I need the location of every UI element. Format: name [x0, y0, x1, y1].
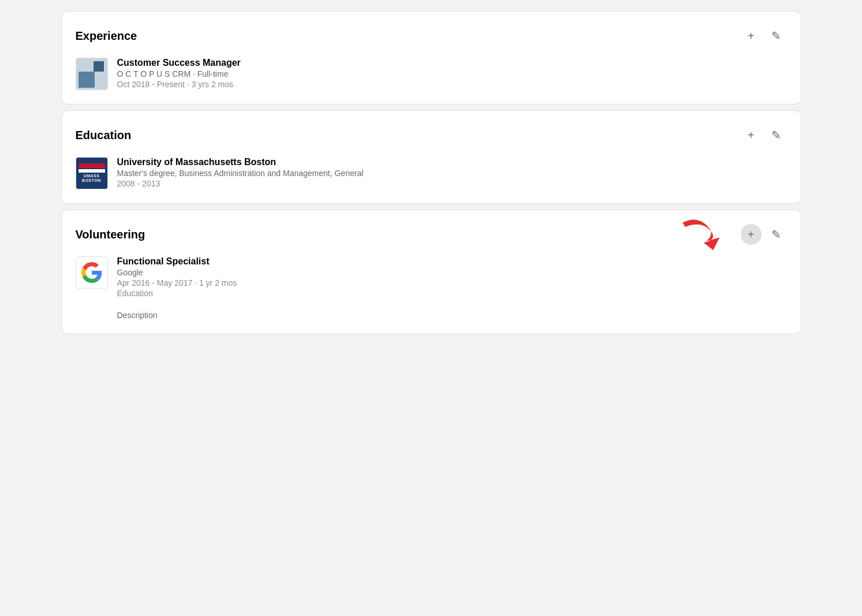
experience-card: Experience + ✎ Customer Success Manager …	[62, 12, 801, 104]
experience-actions: + ✎	[741, 25, 787, 46]
volunteering-card: Volunteering + ✎	[62, 210, 801, 334]
degree: Master's degree, Business Administration…	[117, 169, 364, 178]
company-name: O C T O P U S CRM · Full-time	[117, 69, 241, 79]
experience-edit-icon: ✎	[771, 29, 781, 43]
experience-item: Customer Success Manager O C T O P U S C…	[76, 58, 787, 90]
education-dates: 2008 - 2013	[117, 179, 364, 188]
volunteering-item: Functional Specialist Google Apr 2016 - …	[76, 256, 787, 320]
volunteer-dates: Apr 2016 - May 2017 · 1 yr 2 mos	[117, 278, 237, 288]
education-details: University of Massachusetts Boston Maste…	[117, 157, 364, 188]
volunteer-org-logo	[76, 256, 108, 289]
umass-boston-logo: UMASSBOSTON	[76, 157, 107, 189]
red-arrow-icon	[677, 210, 741, 256]
google-logo	[76, 256, 107, 289]
education-header: Education + ✎	[76, 125, 787, 145]
experience-dates: Oct 2018 - Present · 3 yrs 2 mos	[117, 80, 241, 89]
education-add-icon: +	[748, 129, 755, 142]
volunteering-details: Functional Specialist Google Apr 2016 - …	[117, 256, 237, 320]
experience-details: Customer Success Manager O C T O P U S C…	[117, 58, 241, 89]
volunteer-category: Education	[117, 289, 237, 298]
volunteering-edit-button[interactable]: ✎	[766, 224, 787, 245]
volunteer-org: Google	[117, 268, 237, 277]
school-name: University of Massachusetts Boston	[117, 157, 364, 167]
volunteering-edit-icon: ✎	[771, 227, 781, 241]
education-card: Education + ✎ UMASSBOSTON University of …	[62, 111, 801, 203]
volunteer-description-label: Description	[117, 311, 237, 320]
arrow-annotation	[677, 210, 741, 259]
experience-add-button[interactable]: +	[741, 25, 762, 46]
octopus-crm-logo	[76, 58, 107, 90]
job-title: Customer Success Manager	[117, 58, 241, 68]
experience-add-icon: +	[748, 29, 755, 43]
education-title: Education	[76, 129, 132, 142]
company-logo	[76, 58, 108, 90]
volunteering-actions: + ✎	[741, 224, 787, 245]
volunteering-title: Volunteering	[76, 228, 145, 241]
experience-edit-button[interactable]: ✎	[766, 25, 787, 46]
volunteering-add-button[interactable]: +	[741, 224, 762, 245]
education-item: UMASSBOSTON University of Massachusetts …	[76, 157, 787, 189]
volunteering-add-icon: +	[748, 228, 755, 241]
education-add-button[interactable]: +	[741, 125, 762, 145]
experience-title: Experience	[76, 29, 137, 43]
education-edit-button[interactable]: ✎	[766, 125, 787, 145]
education-actions: + ✎	[741, 125, 787, 145]
volunteer-role: Functional Specialist	[117, 256, 237, 267]
education-edit-icon: ✎	[771, 128, 781, 142]
volunteering-header: Volunteering + ✎	[76, 224, 787, 245]
school-logo: UMASSBOSTON	[76, 157, 108, 189]
experience-header: Experience + ✎	[76, 25, 787, 46]
